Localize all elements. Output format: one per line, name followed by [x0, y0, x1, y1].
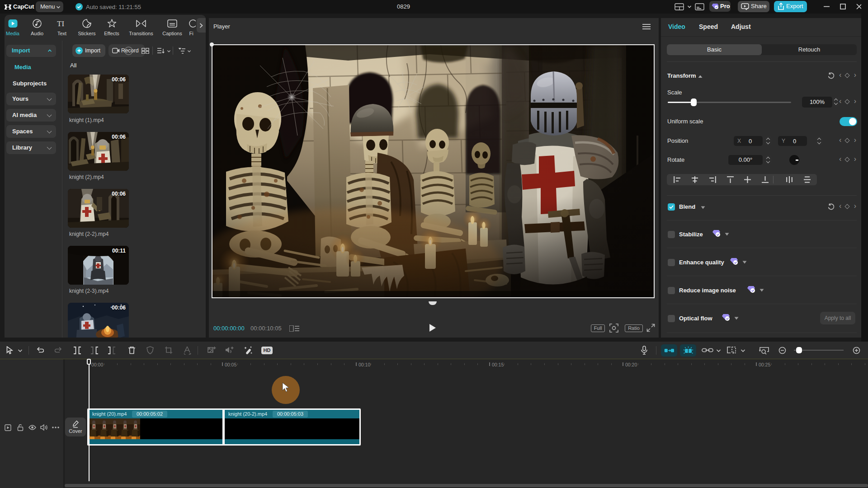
svg-text:TI: TI [57, 19, 64, 28]
